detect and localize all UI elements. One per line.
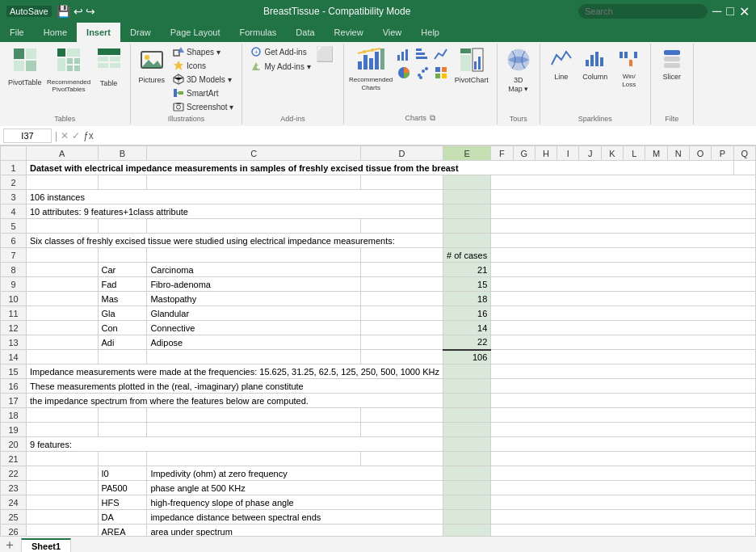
row-header-7[interactable]: 7 <box>1 248 27 263</box>
cell-C26[interactable]: area under spectrum <box>147 525 443 537</box>
bar-chart-btn[interactable] <box>414 45 431 63</box>
row-header-8[interactable]: 8 <box>1 263 27 277</box>
cell-E12[interactable]: 14 <box>443 321 490 335</box>
my-addins-btn[interactable]: ▼ My Add-ins ▾ <box>247 60 313 73</box>
cell-D18[interactable] <box>361 408 443 423</box>
cell-A17[interactable]: the impedance spectrum from where the fe… <box>27 394 443 408</box>
cell-B21[interactable] <box>98 452 147 466</box>
col-header-J[interactable]: J <box>579 146 601 161</box>
tab-draw[interactable]: Draw <box>120 23 161 42</box>
cell-B26[interactable]: AREA <box>98 525 147 537</box>
cell-B24[interactable]: HFS <box>98 495 147 510</box>
cell-A13[interactable] <box>27 335 99 350</box>
row-header-1[interactable]: 1 <box>1 161 27 175</box>
cell-A14[interactable] <box>27 350 99 364</box>
column-chart-btn[interactable] <box>395 45 413 63</box>
cell-rest-17[interactable] <box>491 394 756 408</box>
minimize-btn[interactable]: ─ <box>712 4 721 19</box>
cell-B12[interactable]: Con <box>98 321 147 335</box>
cell-A1[interactable]: Dataset with electrical impedance measur… <box>27 161 734 175</box>
row-header-3[interactable]: 3 <box>1 190 27 204</box>
cell-D8[interactable] <box>361 263 443 277</box>
cell-rest-5[interactable] <box>491 219 756 234</box>
cell-A6[interactable]: Six classes of freshly excised tissue we… <box>27 234 443 248</box>
cell-C9[interactable]: Fibro-adenoma <box>147 277 361 292</box>
col-header-L[interactable]: L <box>624 146 645 161</box>
cell-B7[interactable] <box>98 248 147 263</box>
cell-rest-10[interactable] <box>491 292 756 306</box>
cell-rest-13[interactable] <box>491 335 756 350</box>
cell-D7[interactable] <box>361 248 443 263</box>
cell-A21[interactable] <box>27 452 99 466</box>
col-header-Q[interactable]: Q <box>733 146 755 161</box>
cell-rest-18[interactable] <box>491 408 756 423</box>
recommended-charts-btn[interactable]: RecommendedCharts <box>349 45 393 93</box>
cell-E6[interactable] <box>443 234 490 248</box>
cell-A8[interactable] <box>27 263 99 277</box>
cell-C18[interactable] <box>147 408 361 423</box>
row-header-10[interactable]: 10 <box>1 292 27 306</box>
cell-reference-box[interactable] <box>3 129 52 143</box>
cell-A10[interactable] <box>27 292 99 306</box>
cell-D13[interactable] <box>361 335 443 350</box>
restore-btn[interactable]: □ <box>726 4 734 19</box>
cell-rest-20[interactable] <box>491 437 756 452</box>
cell-rest-4[interactable] <box>491 204 756 219</box>
cell-C12[interactable]: Connective <box>147 321 361 335</box>
cell-E21[interactable] <box>443 452 490 466</box>
row-header-26[interactable]: 26 <box>1 525 27 537</box>
cell-rest-2[interactable] <box>491 175 756 190</box>
cell-E4[interactable] <box>443 204 490 219</box>
cell-B19[interactable] <box>98 423 147 437</box>
col-header-P[interactable]: P <box>712 146 733 161</box>
cell-rest-14[interactable] <box>491 350 756 364</box>
cell-rest-24[interactable] <box>491 495 756 510</box>
cell-C10[interactable]: Mastopathy <box>147 292 361 306</box>
cell-A20[interactable]: 9 features: <box>27 437 443 452</box>
col-header-C[interactable]: C <box>147 146 361 161</box>
tab-home[interactable]: Home <box>34 23 77 42</box>
table-btn[interactable]: Table <box>93 45 125 90</box>
cell-E23[interactable] <box>443 481 490 495</box>
cell-E24[interactable] <box>443 495 490 510</box>
cell-E26[interactable] <box>443 525 490 537</box>
cell-E20[interactable] <box>443 437 490 452</box>
cell-rest-21[interactable] <box>491 452 756 466</box>
col-header-F[interactable]: F <box>491 146 513 161</box>
cell-rest-6[interactable] <box>491 234 756 248</box>
col-header-N[interactable]: N <box>667 146 689 161</box>
pivot-table-btn[interactable]: PivotTable <box>5 45 45 89</box>
cell-C21[interactable] <box>147 452 361 466</box>
search-input[interactable] <box>578 4 708 19</box>
cell-E25[interactable] <box>443 510 490 525</box>
cell-C5[interactable] <box>147 219 361 234</box>
insert-function-btn[interactable]: ƒx <box>83 130 94 141</box>
pictures-btn[interactable]: Pictures <box>136 45 169 86</box>
cell-C14[interactable] <box>147 350 361 364</box>
cell-Q1[interactable] <box>733 161 755 175</box>
cell-B5[interactable] <box>98 219 147 234</box>
cell-B18[interactable] <box>98 408 147 423</box>
col-header-I[interactable]: I <box>557 146 579 161</box>
cell-A4[interactable]: 10 attributes: 9 features+1class attribu… <box>27 204 443 219</box>
row-header-6[interactable]: 6 <box>1 234 27 248</box>
cell-rest-9[interactable] <box>491 277 756 292</box>
cell-B13[interactable]: Adi <box>98 335 147 350</box>
other-charts-btn[interactable] <box>432 64 450 82</box>
column-sparkline-btn[interactable]: Column <box>579 45 611 83</box>
col-header-E[interactable]: E <box>443 146 490 161</box>
cell-C13[interactable]: Adipose <box>147 335 361 350</box>
row-header-19[interactable]: 19 <box>1 423 27 437</box>
cell-A16[interactable]: These measurements plotted in the (real,… <box>27 379 443 394</box>
cell-D14[interactable] <box>361 350 443 364</box>
cell-E5[interactable] <box>443 219 490 234</box>
tab-view[interactable]: View <box>373 23 412 42</box>
tab-insert[interactable]: Insert <box>77 23 120 42</box>
cell-E8[interactable]: 21 <box>443 263 490 277</box>
sheet-area[interactable]: A B C D E F G H I J K L M N O P Q <box>0 145 756 536</box>
cell-E18[interactable] <box>443 408 490 423</box>
row-header-25[interactable]: 25 <box>1 510 27 525</box>
cell-C7[interactable] <box>147 248 361 263</box>
slicer-btn[interactable]: Slicer <box>656 45 688 83</box>
cell-B14[interactable] <box>98 350 147 364</box>
